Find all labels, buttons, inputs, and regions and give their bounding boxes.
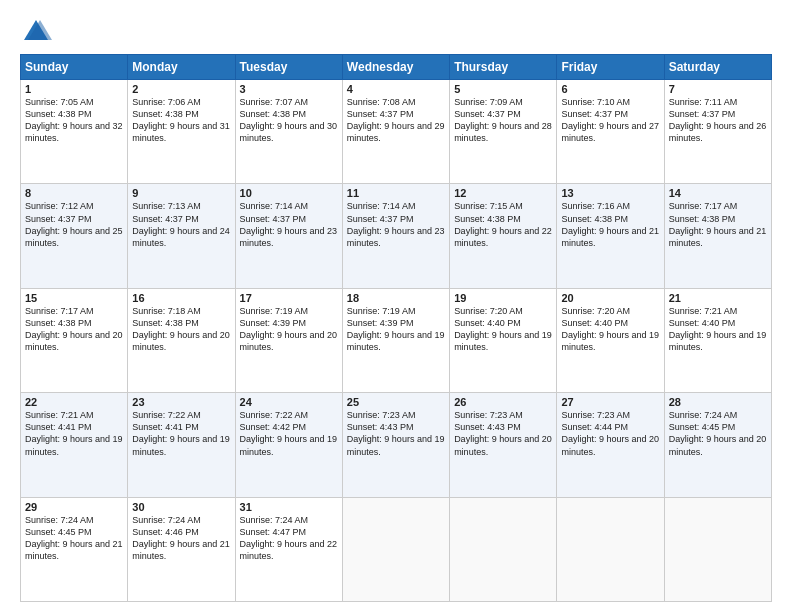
calendar-day-cell: 23 Sunrise: 7:22 AM Sunset: 4:41 PM Dayl… [128,393,235,497]
calendar-day-cell: 8 Sunrise: 7:12 AM Sunset: 4:37 PM Dayli… [21,184,128,288]
day-number: 10 [240,187,338,199]
day-info: Sunrise: 7:07 AM Sunset: 4:38 PM Dayligh… [240,96,338,145]
day-info: Sunrise: 7:09 AM Sunset: 4:37 PM Dayligh… [454,96,552,145]
day-info: Sunrise: 7:12 AM Sunset: 4:37 PM Dayligh… [25,200,123,249]
day-info: Sunrise: 7:16 AM Sunset: 4:38 PM Dayligh… [561,200,659,249]
day-info: Sunrise: 7:23 AM Sunset: 4:43 PM Dayligh… [347,409,445,458]
calendar-day-cell: 10 Sunrise: 7:14 AM Sunset: 4:37 PM Dayl… [235,184,342,288]
calendar-day-cell: 13 Sunrise: 7:16 AM Sunset: 4:38 PM Dayl… [557,184,664,288]
day-number: 15 [25,292,123,304]
day-number: 30 [132,501,230,513]
day-info: Sunrise: 7:10 AM Sunset: 4:37 PM Dayligh… [561,96,659,145]
calendar-day-cell: 4 Sunrise: 7:08 AM Sunset: 4:37 PM Dayli… [342,80,449,184]
calendar-day-cell: 14 Sunrise: 7:17 AM Sunset: 4:38 PM Dayl… [664,184,771,288]
day-number: 9 [132,187,230,199]
day-number: 11 [347,187,445,199]
logo [20,16,58,48]
calendar-header-cell: Saturday [664,55,771,80]
calendar-day-cell: 1 Sunrise: 7:05 AM Sunset: 4:38 PM Dayli… [21,80,128,184]
calendar-day-cell: 22 Sunrise: 7:21 AM Sunset: 4:41 PM Dayl… [21,393,128,497]
day-info: Sunrise: 7:22 AM Sunset: 4:42 PM Dayligh… [240,409,338,458]
calendar-week-row: 1 Sunrise: 7:05 AM Sunset: 4:38 PM Dayli… [21,80,772,184]
day-number: 25 [347,396,445,408]
calendar-day-cell: 30 Sunrise: 7:24 AM Sunset: 4:46 PM Dayl… [128,497,235,601]
day-number: 29 [25,501,123,513]
day-info: Sunrise: 7:08 AM Sunset: 4:37 PM Dayligh… [347,96,445,145]
day-info: Sunrise: 7:11 AM Sunset: 4:37 PM Dayligh… [669,96,767,145]
day-info: Sunrise: 7:18 AM Sunset: 4:38 PM Dayligh… [132,305,230,354]
calendar-day-cell: 9 Sunrise: 7:13 AM Sunset: 4:37 PM Dayli… [128,184,235,288]
page: SundayMondayTuesdayWednesdayThursdayFrid… [0,0,792,612]
day-number: 1 [25,83,123,95]
day-number: 22 [25,396,123,408]
day-info: Sunrise: 7:15 AM Sunset: 4:38 PM Dayligh… [454,200,552,249]
day-number: 28 [669,396,767,408]
calendar-week-row: 15 Sunrise: 7:17 AM Sunset: 4:38 PM Dayl… [21,288,772,392]
calendar-day-cell: 25 Sunrise: 7:23 AM Sunset: 4:43 PM Dayl… [342,393,449,497]
day-number: 23 [132,396,230,408]
day-number: 6 [561,83,659,95]
calendar-day-cell [664,497,771,601]
day-number: 8 [25,187,123,199]
day-info: Sunrise: 7:17 AM Sunset: 4:38 PM Dayligh… [25,305,123,354]
calendar-header-cell: Monday [128,55,235,80]
day-number: 26 [454,396,552,408]
day-info: Sunrise: 7:20 AM Sunset: 4:40 PM Dayligh… [561,305,659,354]
day-number: 2 [132,83,230,95]
calendar-day-cell: 7 Sunrise: 7:11 AM Sunset: 4:37 PM Dayli… [664,80,771,184]
logo-icon [20,16,52,48]
calendar-header-cell: Tuesday [235,55,342,80]
calendar-day-cell: 19 Sunrise: 7:20 AM Sunset: 4:40 PM Dayl… [450,288,557,392]
calendar-day-cell: 20 Sunrise: 7:20 AM Sunset: 4:40 PM Dayl… [557,288,664,392]
day-info: Sunrise: 7:24 AM Sunset: 4:45 PM Dayligh… [669,409,767,458]
calendar-day-cell: 18 Sunrise: 7:19 AM Sunset: 4:39 PM Dayl… [342,288,449,392]
calendar-day-cell [342,497,449,601]
day-info: Sunrise: 7:14 AM Sunset: 4:37 PM Dayligh… [240,200,338,249]
day-number: 13 [561,187,659,199]
calendar-day-cell: 2 Sunrise: 7:06 AM Sunset: 4:38 PM Dayli… [128,80,235,184]
calendar-day-cell [557,497,664,601]
calendar-day-cell [450,497,557,601]
day-info: Sunrise: 7:17 AM Sunset: 4:38 PM Dayligh… [669,200,767,249]
day-info: Sunrise: 7:22 AM Sunset: 4:41 PM Dayligh… [132,409,230,458]
calendar-header-row: SundayMondayTuesdayWednesdayThursdayFrid… [21,55,772,80]
calendar-day-cell: 12 Sunrise: 7:15 AM Sunset: 4:38 PM Dayl… [450,184,557,288]
day-info: Sunrise: 7:06 AM Sunset: 4:38 PM Dayligh… [132,96,230,145]
calendar-week-row: 22 Sunrise: 7:21 AM Sunset: 4:41 PM Dayl… [21,393,772,497]
day-number: 5 [454,83,552,95]
day-info: Sunrise: 7:24 AM Sunset: 4:45 PM Dayligh… [25,514,123,563]
day-info: Sunrise: 7:24 AM Sunset: 4:47 PM Dayligh… [240,514,338,563]
calendar-day-cell: 5 Sunrise: 7:09 AM Sunset: 4:37 PM Dayli… [450,80,557,184]
calendar-header-cell: Thursday [450,55,557,80]
day-number: 20 [561,292,659,304]
calendar-header-cell: Sunday [21,55,128,80]
day-number: 16 [132,292,230,304]
day-number: 14 [669,187,767,199]
calendar-day-cell: 15 Sunrise: 7:17 AM Sunset: 4:38 PM Dayl… [21,288,128,392]
day-number: 24 [240,396,338,408]
day-number: 4 [347,83,445,95]
day-info: Sunrise: 7:14 AM Sunset: 4:37 PM Dayligh… [347,200,445,249]
day-number: 17 [240,292,338,304]
calendar-table: SundayMondayTuesdayWednesdayThursdayFrid… [20,54,772,602]
calendar-day-cell: 16 Sunrise: 7:18 AM Sunset: 4:38 PM Dayl… [128,288,235,392]
day-number: 7 [669,83,767,95]
day-info: Sunrise: 7:21 AM Sunset: 4:40 PM Dayligh… [669,305,767,354]
day-info: Sunrise: 7:24 AM Sunset: 4:46 PM Dayligh… [132,514,230,563]
day-info: Sunrise: 7:23 AM Sunset: 4:44 PM Dayligh… [561,409,659,458]
calendar-day-cell: 31 Sunrise: 7:24 AM Sunset: 4:47 PM Dayl… [235,497,342,601]
calendar-day-cell: 24 Sunrise: 7:22 AM Sunset: 4:42 PM Dayl… [235,393,342,497]
calendar-day-cell: 21 Sunrise: 7:21 AM Sunset: 4:40 PM Dayl… [664,288,771,392]
day-number: 12 [454,187,552,199]
day-info: Sunrise: 7:19 AM Sunset: 4:39 PM Dayligh… [347,305,445,354]
calendar-week-row: 29 Sunrise: 7:24 AM Sunset: 4:45 PM Dayl… [21,497,772,601]
day-info: Sunrise: 7:13 AM Sunset: 4:37 PM Dayligh… [132,200,230,249]
day-info: Sunrise: 7:19 AM Sunset: 4:39 PM Dayligh… [240,305,338,354]
calendar-day-cell: 17 Sunrise: 7:19 AM Sunset: 4:39 PM Dayl… [235,288,342,392]
day-number: 31 [240,501,338,513]
calendar-day-cell: 27 Sunrise: 7:23 AM Sunset: 4:44 PM Dayl… [557,393,664,497]
calendar-day-cell: 26 Sunrise: 7:23 AM Sunset: 4:43 PM Dayl… [450,393,557,497]
day-info: Sunrise: 7:05 AM Sunset: 4:38 PM Dayligh… [25,96,123,145]
day-number: 19 [454,292,552,304]
calendar-header-cell: Wednesday [342,55,449,80]
